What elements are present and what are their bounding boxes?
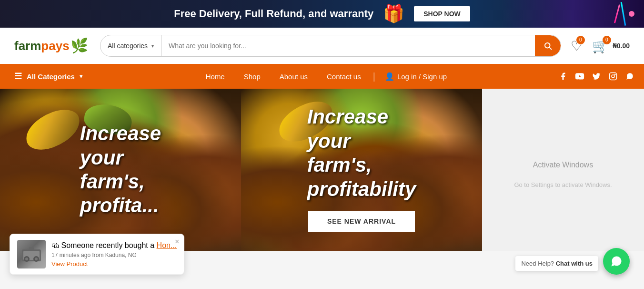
svg-line-1 — [549, 47, 551, 49]
deco-line-1 — [614, 4, 620, 23]
logo[interactable]: farmpays 🌿 — [14, 39, 91, 53]
popup-product-img-inner — [17, 240, 46, 251]
shop-now-button[interactable]: SHOP NOW — [414, 6, 470, 21]
gift-icon: 🎁 — [383, 4, 404, 24]
login-button[interactable]: 👤 Log in / Sign up — [378, 72, 454, 81]
popup-close-button[interactable]: × — [175, 238, 179, 246]
logo-pays: pays — [41, 39, 69, 53]
wishlist-button[interactable]: ♡ 0 — [571, 38, 583, 54]
purchase-popup: × 🛍 Someone recently bought a Hon... 17 … — [10, 234, 184, 251]
search-button[interactable] — [535, 35, 561, 56]
wishlist-badge: 0 — [576, 36, 585, 44]
nav-links: Home Shop About us Contact us | 👤 Log in… — [92, 64, 558, 89]
all-categories-label: All Categories — [27, 72, 75, 81]
hero-left-text: Increaseyourfarm's,profita... — [70, 112, 171, 227]
popup-content: 🛍 Someone recently bought a Hon... 17 mi… — [51, 241, 177, 251]
hamburger-icon: ☰ — [14, 71, 22, 82]
category-select-wrapper[interactable]: All categories ▾ — [101, 35, 161, 56]
top-banner: Free Delivery, Full Refund, and warranty… — [0, 0, 644, 28]
hero-right-panel: Increaseyourfarm's,profitability SEE NEW… — [241, 89, 482, 251]
cart-button[interactable]: 🛒 0 ₦0.00 — [592, 38, 630, 54]
search-input[interactable] — [161, 35, 535, 56]
deco-line-2 — [621, 2, 626, 26]
search-icon — [543, 41, 552, 50]
hero-section: Increaseyourfarm's,profita... Increaseyo… — [0, 89, 644, 251]
header-actions: ♡ 0 🛒 0 ₦0.00 — [571, 38, 630, 54]
popup-text: Someone recently bought a — [61, 241, 154, 249]
user-icon: 👤 — [385, 72, 394, 81]
nav-about[interactable]: About us — [270, 64, 317, 89]
activate-windows-title: Activate Windows — [523, 151, 603, 179]
popup-bag-icon: 🛍 — [51, 241, 59, 249]
logo-leaf-icon: 🌿 — [70, 39, 88, 53]
activate-windows-sub: Go to Settings to activate Windows. — [514, 181, 612, 188]
youtube-icon[interactable] — [575, 72, 584, 81]
twitter-icon[interactable] — [592, 72, 601, 81]
popup-message: 🛍 Someone recently bought a Hon... — [51, 241, 177, 250]
cart-price: ₦0.00 — [613, 42, 630, 50]
banner-text: Free Delivery, Full Refund, and warranty — [174, 8, 373, 20]
logo-farm: farm — [14, 39, 41, 53]
nav-shop[interactable]: Shop — [234, 64, 270, 89]
hero-right-text: Increaseyourfarm's,profitability — [298, 95, 426, 211]
see-new-arrival-button[interactable]: SEE NEW ARRIVAL — [308, 211, 415, 232]
all-categories-button[interactable]: ☰ All Categories ▾ — [10, 64, 92, 89]
svg-point-5 — [614, 74, 615, 75]
categories-chevron-icon: ▾ — [80, 73, 82, 80]
navbar: ☰ All Categories ▾ Home Shop About us Co… — [0, 64, 644, 89]
nav-home[interactable]: Home — [196, 64, 234, 89]
chevron-down-icon: ▾ — [151, 43, 154, 49]
svg-rect-12 — [29, 247, 34, 251]
facebook-icon[interactable] — [558, 72, 568, 81]
login-label: Log in / Sign up — [397, 72, 447, 81]
social-icons — [558, 72, 634, 81]
banner-decorations — [616, 0, 634, 28]
cart-badge: 0 — [603, 36, 611, 44]
hero-sidebar: Activate Windows Go to Settings to activ… — [482, 89, 644, 251]
nav-separator: | — [371, 71, 378, 82]
cart-icon-wrapper: 🛒 0 — [592, 38, 609, 54]
header: farmpays 🌿 All categories ▾ ♡ 0 🛒 — [0, 28, 644, 64]
popup-product-image — [17, 240, 46, 251]
svg-point-4 — [612, 75, 614, 78]
instagram-icon[interactable] — [608, 72, 618, 81]
hero-left-panel: Increaseyourfarm's,profita... — [0, 89, 241, 251]
deco-dot — [629, 11, 634, 17]
svg-rect-3 — [610, 73, 617, 80]
category-label: All categories — [108, 42, 148, 50]
popup-product-link[interactable]: Hon... — [157, 241, 177, 249]
nav-contact[interactable]: Contact us — [317, 64, 371, 89]
search-container: All categories ▾ — [100, 35, 561, 57]
whatsapp-nav-icon[interactable] — [625, 72, 634, 81]
